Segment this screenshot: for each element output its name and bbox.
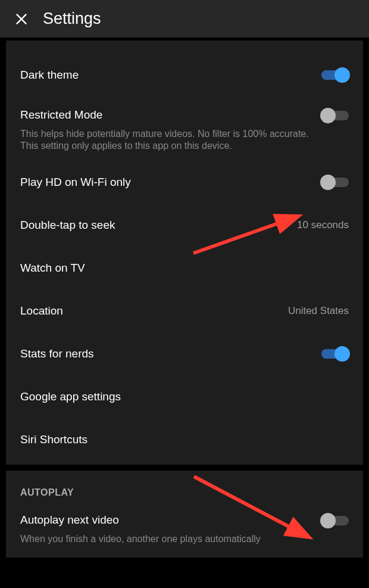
row-google-app-settings[interactable]: Google app settings xyxy=(6,375,363,418)
section-general: Dark theme Restricted Mode This helps hi… xyxy=(6,41,363,465)
section-autoplay: AUTOPLAY Autoplay next video When you fi… xyxy=(6,471,363,557)
header-bar: Settings xyxy=(0,0,369,41)
toggle-play-hd-wifi[interactable] xyxy=(321,174,349,191)
label-dark-theme: Dark theme xyxy=(20,67,312,83)
label-siri-shortcuts: Siri Shortcuts xyxy=(20,432,349,448)
section-title-autoplay: AUTOPLAY xyxy=(6,471,363,502)
label-restricted-mode: Restricted Mode xyxy=(20,107,312,123)
toggle-restricted-mode[interactable] xyxy=(321,107,349,124)
toggle-dark-theme[interactable] xyxy=(321,67,349,83)
value-location: United States xyxy=(288,305,349,317)
row-restricted-mode[interactable]: Restricted Mode This helps hide potentia… xyxy=(6,97,363,161)
label-stats-for-nerds: Stats for nerds xyxy=(20,346,312,362)
label-google-app-settings: Google app settings xyxy=(20,389,349,405)
toggle-stats-for-nerds[interactable] xyxy=(321,346,349,362)
row-siri-shortcuts[interactable]: Siri Shortcuts xyxy=(6,418,363,461)
label-double-tap-seek: Double-tap to seek xyxy=(20,217,290,234)
desc-autoplay-next-video: When you finish a video, another one pla… xyxy=(20,533,312,546)
row-play-hd-wifi[interactable]: Play HD on Wi-Fi only xyxy=(6,161,363,204)
page-title: Settings xyxy=(43,10,101,28)
row-watch-on-tv[interactable]: Watch on TV xyxy=(6,247,363,290)
row-autoplay-next-video[interactable]: Autoplay next video When you finish a vi… xyxy=(6,502,363,553)
close-button[interactable] xyxy=(10,7,33,31)
row-double-tap-seek[interactable]: Double-tap to seek 10 seconds xyxy=(6,204,363,247)
row-location[interactable]: Location United States xyxy=(6,290,363,332)
label-watch-on-tv: Watch on TV xyxy=(20,260,349,276)
value-double-tap-seek: 10 seconds xyxy=(297,219,349,231)
label-location: Location xyxy=(20,303,281,319)
label-play-hd-wifi: Play HD on Wi-Fi only xyxy=(20,175,312,191)
close-icon xyxy=(14,11,29,27)
row-stats-for-nerds[interactable]: Stats for nerds xyxy=(6,332,363,375)
label-autoplay-next-video: Autoplay next video xyxy=(20,512,312,528)
desc-restricted-mode: This helps hide potentially mature video… xyxy=(20,128,312,153)
settings-scroll: Dark theme Restricted Mode This helps hi… xyxy=(0,41,369,558)
row-dark-theme[interactable]: Dark theme xyxy=(6,54,363,97)
toggle-autoplay-next-video[interactable] xyxy=(321,512,349,529)
